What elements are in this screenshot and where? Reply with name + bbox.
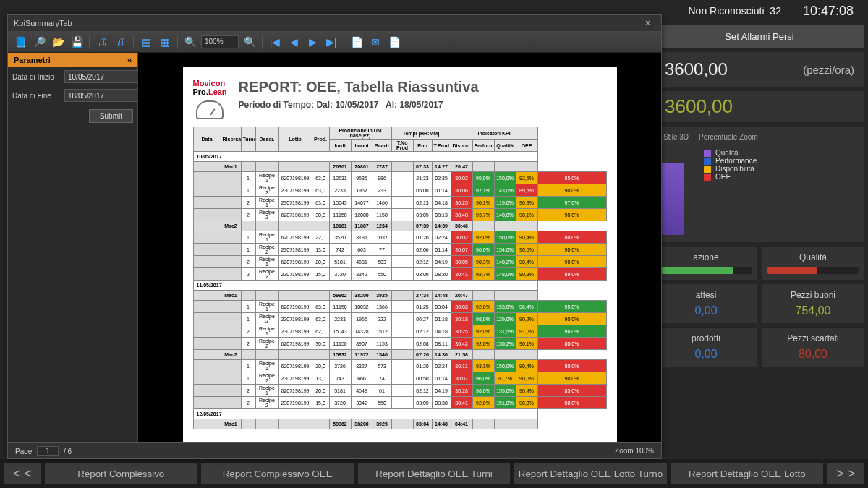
card-pezzi-buoni: Pezzi buoni 754,00: [762, 284, 864, 323]
bottom-nav: < < Report Complessivo Report Complessiv…: [0, 459, 868, 488]
non-riconosciuti: Non Riconosciuti 32: [689, 5, 781, 17]
binoculars-icon[interactable]: 🔎: [31, 34, 47, 50]
kpi-legend: Stile 3D Percentuale Zoom Qualità Perfor…: [655, 127, 864, 242]
close-icon[interactable]: ×: [645, 18, 655, 28]
parameters-panel: Parametri « Data di Inizio Data di Fine …: [8, 53, 138, 442]
data-fine-label: Data di Fine: [12, 92, 60, 100]
nav-prev-button[interactable]: < <: [4, 463, 41, 484]
logo: Movicon Pro.Lean: [193, 79, 227, 119]
nav-report-complessivo[interactable]: Report Complessivo: [45, 463, 197, 484]
nav-report-dettaglio-turni[interactable]: Report Dettaglio OEE Turni: [358, 463, 510, 484]
legend-bar: [662, 163, 684, 235]
export-icon[interactable]: 📄: [349, 34, 365, 50]
mail-icon[interactable]: ✉: [367, 34, 383, 50]
card-azione: azione: [655, 247, 757, 280]
prev-page-icon[interactable]: ◀: [286, 34, 302, 50]
last-page-icon[interactable]: ▶|: [323, 34, 339, 50]
nav-report-complessivo-oee[interactable]: Report Complessivo OEE: [201, 463, 353, 484]
zoom-indicator: Zoom 100%: [615, 447, 654, 455]
page-area[interactable]: Movicon Pro.Lean REPORT: OEE, Tabella Ri…: [138, 53, 661, 442]
viewer-toolbar: 📘 🔎 📂 💾 🖨 🖨 ▤ ▦ 🔍 🔍 |◀ ◀ ▶ ▶| 📄 ✉ 📄: [8, 31, 661, 53]
card-attesi: attesi 0,00: [655, 284, 757, 323]
report-viewer-dialog: KpiSummaryTab × 📘 🔎 📂 💾 🖨 🖨 ▤ ▦ 🔍 🔍 |◀ ◀…: [7, 14, 662, 459]
page-indicator: Page / 6: [15, 446, 72, 456]
print-setup-icon[interactable]: 🖨: [113, 34, 129, 50]
layout2-icon[interactable]: ▦: [157, 34, 173, 50]
layout-icon[interactable]: ▤: [138, 34, 154, 50]
report-page: Movicon Pro.Lean REPORT: OEE, Tabella Ri…: [183, 67, 617, 442]
viewer-title: KpiSummaryTab: [14, 19, 72, 27]
nav-next-button[interactable]: > >: [827, 463, 864, 484]
zoom-combo[interactable]: [201, 35, 239, 48]
tab-stile3d[interactable]: Stile 3D: [660, 132, 692, 142]
set-allarmi-button[interactable]: Set Allarmi Persi: [655, 25, 864, 48]
book-icon[interactable]: 📘: [12, 34, 28, 50]
collapse-icon[interactable]: «: [127, 56, 132, 64]
save-icon[interactable]: 💾: [69, 34, 85, 50]
next-page-icon[interactable]: ▶: [305, 34, 320, 50]
gauge-icon: [196, 100, 224, 119]
rate-display-2: 3600,00: [655, 91, 864, 122]
submit-button[interactable]: Submit: [89, 109, 133, 123]
data-inizio-label: Data di Inizio: [12, 73, 60, 81]
report-title: REPORT: OEE, Tabella Riassuntiva: [239, 79, 479, 95]
rate-display: 3600,00(pezzi/ora): [655, 52, 864, 87]
nav-report-dettaglio-lotto-turno[interactable]: Report Dettaglio OEE Lotto Turno: [514, 463, 666, 484]
zoom-in-icon[interactable]: 🔍: [242, 34, 258, 50]
open-icon[interactable]: 📂: [50, 34, 66, 50]
clock: 10:47:08: [803, 4, 854, 19]
nav-report-dettaglio-lotto[interactable]: Report Dettaglio OEE Lotto: [671, 463, 823, 484]
print-icon[interactable]: 🖨: [94, 34, 110, 50]
tab-zoom[interactable]: Percentuale Zoom: [696, 132, 761, 142]
report-period: Periodo di Tempo: Dal: 10/05/2017 Al: 18…: [239, 100, 479, 110]
card-scartati: Pezzi scartati 80,00: [762, 328, 864, 367]
card-prodotti: prodotti 0,00: [655, 328, 757, 367]
page-number-input[interactable]: [37, 446, 59, 456]
first-page-icon[interactable]: |◀: [267, 34, 283, 50]
card-qualita: Qualità: [762, 247, 864, 280]
parameters-header: Parametri: [14, 56, 51, 64]
zoom-out-icon[interactable]: 🔍: [182, 34, 198, 50]
doc-icon[interactable]: 📄: [386, 34, 402, 50]
dashboard-right: Set Allarmi Persi 3600,00(pezzi/ora) 360…: [651, 22, 868, 459]
report-table: DataRisorsa TurnoDescr. LottoProd. Produ…: [193, 127, 607, 429]
